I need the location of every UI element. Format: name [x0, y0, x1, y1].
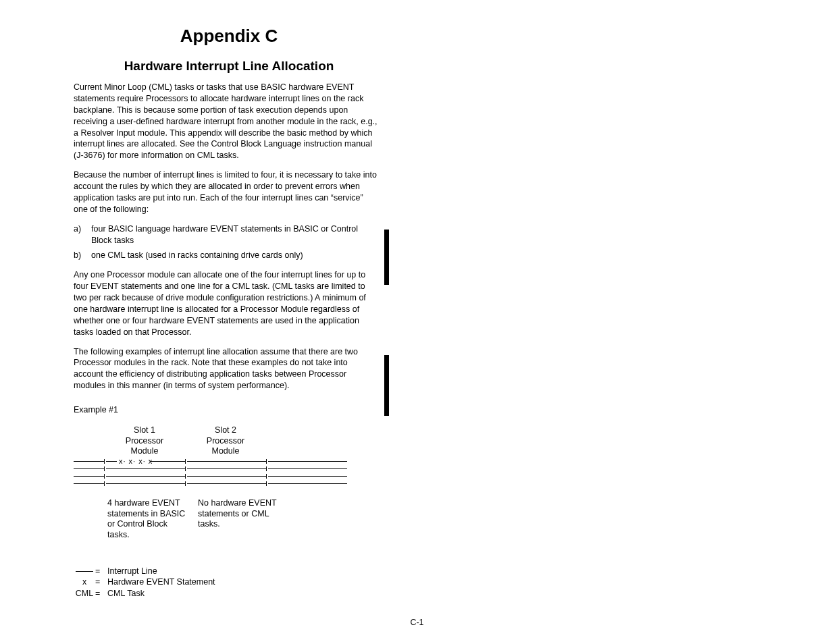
irq-line-seg	[268, 476, 347, 477]
legend-cml-symbol: CML	[74, 588, 95, 599]
slot-divider	[185, 474, 186, 479]
appendix-title: Appendix C	[74, 26, 384, 47]
irq-line-seg	[106, 483, 185, 484]
slot1-sub1: Processor	[107, 436, 182, 447]
irq-line-seg	[74, 483, 104, 484]
list-item: b) one CML task (used in racks containin…	[74, 250, 377, 261]
legend-equals: =	[95, 566, 107, 576]
irq-line-seg	[151, 461, 185, 462]
irq-line-seg	[187, 468, 266, 469]
irq-line-seg	[187, 483, 266, 484]
slot-divider	[185, 481, 186, 486]
legend-equals: =	[95, 588, 107, 599]
irq-line-seg	[74, 468, 104, 469]
irq-line-seg	[106, 476, 185, 477]
legend-cml-label: CML Task	[107, 588, 145, 599]
irq-line-seg	[106, 461, 117, 462]
section-title: Hardware Interrupt Line Allocation	[74, 59, 384, 74]
slot-divider	[104, 474, 105, 479]
option-list: a) four BASIC language hardware EVENT st…	[74, 223, 377, 262]
list-item: a) four BASIC language hardware EVENT st…	[74, 223, 377, 246]
irq-line-seg	[268, 461, 347, 462]
slot1-title: Slot 1	[107, 425, 182, 436]
slot2-title: Slot 2	[188, 425, 263, 436]
slot2-header: Slot 2 Processor Module	[188, 425, 263, 457]
page-number: C-1	[0, 618, 834, 627]
slot-divider	[266, 481, 267, 486]
legend-row: = Interrupt Line	[74, 566, 391, 576]
slot-divider	[104, 459, 105, 464]
slot-divider	[266, 474, 267, 479]
legend-row: CML = CML Task	[74, 588, 391, 599]
legend-row: x = Hardware EVENT Statement	[74, 576, 391, 587]
legend-x-symbol: x	[74, 576, 95, 587]
slot2-sub1: Processor	[188, 436, 263, 447]
slot-divider	[185, 459, 186, 464]
legend-line-label: Interrupt Line	[107, 566, 157, 576]
slot1-sub2: Module	[107, 446, 182, 457]
paragraph-3: Any one Processor module can allocate on…	[74, 269, 377, 338]
diagram-legend: = Interrupt Line x = Hardware EVENT Stat…	[74, 566, 391, 599]
slot2-sub2: Module	[188, 446, 263, 457]
example-label: Example #1	[74, 405, 391, 414]
slot1-description: 4 hardware EVENT statements in BASIC or …	[107, 498, 188, 541]
irq-line-seg	[268, 483, 347, 484]
paragraph-2: Because the number of interrupt lines is…	[74, 169, 377, 215]
margin-tick	[384, 230, 389, 285]
slot1-header: Slot 1 Processor Module	[107, 425, 182, 457]
irq-line-seg	[74, 476, 104, 477]
paragraph-1: Current Minor Loop (CML) tasks or tasks …	[74, 82, 377, 161]
slot-divider	[104, 481, 105, 486]
event-x-marks: x· x· x· x	[119, 457, 153, 465]
slot-divider	[266, 466, 267, 471]
irq-line-seg	[268, 468, 347, 469]
legend-equals: =	[95, 576, 107, 587]
slot-divider	[185, 466, 186, 471]
irq-line-seg	[187, 461, 266, 462]
irq-line-seg	[106, 468, 185, 469]
interrupt-diagram: Slot 1 Processor Module Slot 2 Processor…	[74, 425, 391, 547]
paragraph-4: The following examples of interrupt line…	[74, 346, 377, 392]
list-item-label: b)	[74, 250, 91, 261]
slot2-description: No hardware EVENT statements or CML task…	[198, 498, 279, 530]
legend-line-symbol	[74, 566, 95, 576]
list-item-text: one CML task (used in racks containing d…	[91, 250, 377, 261]
list-item-text: four BASIC language hardware EVENT state…	[91, 223, 377, 246]
legend-x-label: Hardware EVENT Statement	[107, 576, 215, 587]
irq-line-seg	[187, 476, 266, 477]
irq-line-seg	[74, 461, 104, 462]
slot-divider	[104, 466, 105, 471]
list-item-label: a)	[74, 223, 91, 246]
slot-divider	[266, 459, 267, 464]
margin-tick	[384, 355, 389, 416]
